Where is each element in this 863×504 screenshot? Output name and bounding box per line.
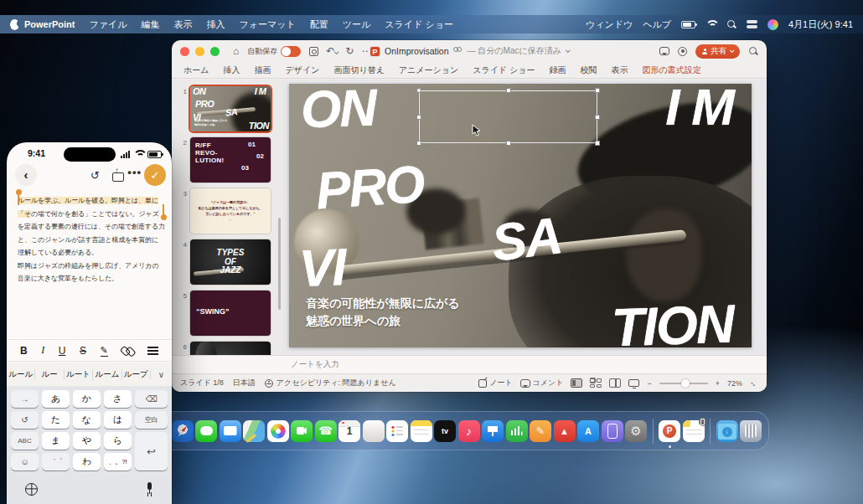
key-ta[interactable]: た (42, 411, 70, 429)
note-text[interactable]: の場で何かを創る」ことではない。ジャズを定義する要素の遂行には、その場で創造する… (18, 210, 165, 257)
resize-handle[interactable] (595, 88, 600, 93)
link-icon[interactable] (119, 342, 136, 359)
presenter-view-button[interactable] (628, 379, 639, 387)
slide-canvas[interactable]: ON IM PRO VI SA TION 音楽の可能性が無限に広がる魅惑の世界へ… (289, 84, 752, 347)
dock-photos-icon[interactable] (267, 420, 289, 442)
key-ma[interactable]: ま (42, 432, 70, 450)
tab-design[interactable]: デザイン (285, 64, 319, 76)
menu-format[interactable]: フォーマット (240, 18, 296, 31)
menu-app-name[interactable]: PowerPoint (24, 19, 75, 29)
slide-caption[interactable]: 音楽の可能性が無限に広がる魅惑の世界への旅 (306, 295, 460, 331)
key-ka[interactable]: か (73, 390, 101, 408)
wifi-icon[interactable] (705, 20, 716, 28)
dock-numbers-icon[interactable] (506, 420, 528, 442)
redo-icon[interactable]: ↻ (345, 46, 354, 56)
key-return[interactable]: ↩ (135, 432, 168, 471)
dock-trash-icon[interactable] (740, 420, 762, 442)
selection-end-handle[interactable] (161, 214, 167, 220)
zoom-button[interactable] (210, 47, 220, 56)
dock-pages-icon[interactable]: ✎ (530, 420, 551, 442)
slide-thumbnail-1[interactable]: ON IM PRO VI SA TION 音楽の可能性が無限に広がる魅惑の世界へ… (190, 86, 271, 131)
suggestion-3[interactable]: ルート (65, 369, 93, 380)
slide-counter[interactable]: スライド 1/8 (180, 378, 224, 388)
tab-shape-format[interactable]: 図形の書式設定 (642, 64, 700, 76)
control-center-icon[interactable] (747, 19, 757, 30)
slide-thumbnail-3[interactable]: “ジャズは一種の言語だ。 私たちは楽器の音を声として出しながら、 互いに話し合っ… (190, 188, 271, 234)
slide-thumbnail-2[interactable]: R/FFREVO-LUTION! 01 02 03 (190, 137, 271, 183)
language-indicator[interactable]: 日本語 (233, 378, 256, 388)
key-wa[interactable]: わ (73, 453, 101, 471)
dock-powerpoint-icon[interactable] (659, 420, 680, 442)
key-dakuten[interactable]: ゛゜ (42, 453, 70, 471)
strikethrough-button[interactable]: S (80, 345, 86, 357)
slide-thumbnail-panel[interactable]: 1 ON IM PRO VI SA TION 音楽の可能性が無限に広がる魅惑の世… (172, 80, 282, 355)
dock-mail-icon[interactable] (220, 420, 241, 442)
dock-launchpad-icon[interactable]: ▲ (554, 420, 576, 442)
resize-handle[interactable] (506, 88, 511, 93)
dock-phone-icon[interactable]: ☎ (315, 420, 337, 442)
resize-handle[interactable] (595, 115, 600, 120)
title-chevron-icon[interactable] (566, 48, 571, 53)
comments-button[interactable]: コメント (520, 378, 564, 388)
resize-handle[interactable] (416, 88, 421, 93)
tab-insert[interactable]: 挿入 (223, 64, 240, 76)
menu-clock[interactable]: 4月1日(火) 9:41 (788, 18, 853, 31)
suggestion-1[interactable]: ルール (7, 369, 35, 380)
highlight-pen-icon[interactable]: ✎ (101, 345, 108, 357)
dock-system-settings-icon[interactable]: ⚙ (625, 420, 647, 442)
selected-textbox[interactable] (419, 90, 597, 143)
zoom-slider-knob[interactable] (681, 379, 690, 388)
menu-insert[interactable]: 挿入 (207, 18, 225, 31)
underline-button[interactable]: U (59, 345, 66, 357)
slide-sorter-button[interactable] (590, 378, 602, 388)
key-ra[interactable]: ら (104, 432, 132, 450)
more-button[interactable]: ••• (127, 166, 142, 178)
suggestion-4[interactable]: ルーム (93, 369, 121, 380)
resize-handle[interactable] (416, 141, 421, 146)
key-ha[interactable]: は (104, 411, 132, 429)
comments-icon[interactable] (659, 47, 669, 55)
tab-record[interactable]: 録画 (549, 64, 566, 76)
key-ya[interactable]: や (73, 432, 101, 450)
dock-downloads-folder-icon[interactable] (716, 420, 738, 442)
zoom-slider[interactable] (659, 383, 708, 384)
notes-button[interactable]: ノート (478, 378, 512, 388)
undo-icon[interactable]: ↶ (326, 46, 338, 56)
dock-appstore-icon[interactable]: A (577, 420, 599, 442)
accessibility-status[interactable]: アクセシビリティ: 問題ありません (265, 378, 396, 388)
fit-slide-button[interactable]: ↔ (748, 377, 761, 389)
menu-help[interactable]: ヘルプ (643, 18, 671, 31)
dock-maps-icon[interactable] (243, 420, 265, 442)
dock-iphone-mirroring-icon[interactable] (602, 420, 623, 442)
menu-slideshow[interactable]: スライド ショー (385, 18, 453, 31)
list-format-icon[interactable] (147, 346, 158, 355)
saved-status[interactable]: — 自分のMacに保存済み (468, 45, 561, 57)
key-a[interactable]: あ (42, 390, 70, 408)
dock-calendar-icon[interactable]: 1 (338, 420, 360, 442)
slide-editor-area[interactable]: ON IM PRO VI SA TION 音楽の可能性が無限に広がる魅惑の世界へ… (282, 80, 767, 355)
resize-handle[interactable] (506, 141, 511, 146)
reading-view-button[interactable] (609, 378, 621, 388)
dock-keynote-icon[interactable] (482, 420, 504, 442)
tab-transitions[interactable]: 画面切り替え (333, 64, 384, 76)
menu-tools[interactable]: ツール (343, 18, 371, 31)
dock-safari-icon[interactable] (172, 420, 194, 442)
autosave-toggle[interactable] (281, 46, 301, 57)
suggestions-expand-icon[interactable]: ∨ (150, 370, 172, 379)
tab-home[interactable]: ホーム (183, 64, 209, 76)
dock-contacts-icon[interactable] (363, 420, 385, 442)
key-na[interactable]: な (73, 411, 101, 429)
dock-music-icon[interactable]: ♪ (458, 420, 480, 442)
ppt-search-icon[interactable] (748, 46, 758, 56)
tab-slideshow[interactable]: スライド ショー (473, 64, 535, 76)
key-space[interactable]: 空白 (135, 411, 168, 429)
slide-thumbnail-5[interactable]: “SWING” (190, 291, 271, 336)
dock-appletv-icon[interactable]: tv (434, 420, 456, 442)
slide-thumbnail-6[interactable] (190, 342, 271, 355)
back-button[interactable]: ‹ (15, 164, 37, 186)
siri-icon[interactable] (767, 19, 778, 30)
apple-menu-icon[interactable] (10, 19, 19, 30)
menu-edit[interactable]: 編集 (142, 18, 160, 31)
record-icon[interactable] (678, 47, 687, 56)
minimize-button[interactable] (195, 47, 204, 56)
